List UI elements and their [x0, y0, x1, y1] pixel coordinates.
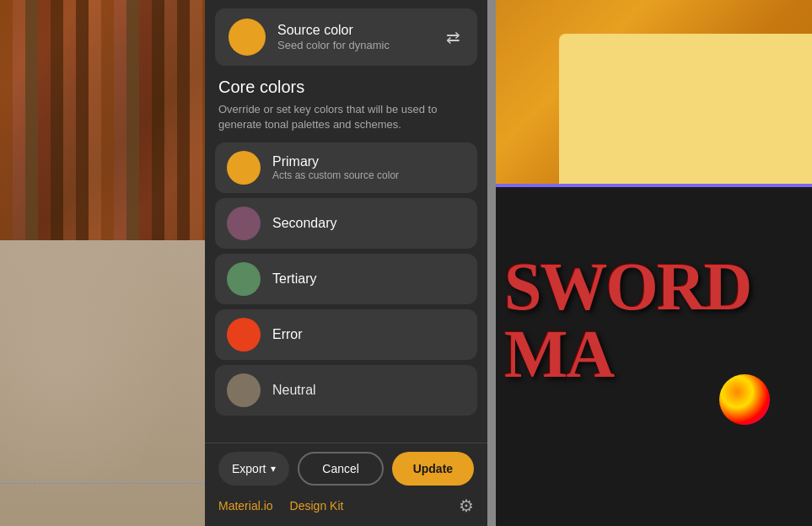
primary-color-text: Primary Acts as custom source color	[261, 154, 399, 181]
settings-icon[interactable]: ⚙	[459, 496, 474, 516]
neutral-color-text: Neutral	[261, 383, 316, 398]
core-colors-section: Core colors Override or set key colors t…	[205, 74, 487, 139]
core-colors-title: Core colors	[218, 78, 474, 97]
neutral-label: Neutral	[272, 383, 316, 398]
source-color-text: Source color Seed color for dynamic	[277, 23, 443, 51]
purple-accent-line	[496, 184, 812, 187]
design-kit-link[interactable]: Design Kit	[290, 499, 344, 513]
neutral-color-swatch	[227, 373, 261, 407]
color-item-secondary[interactable]: Secondary	[215, 198, 477, 249]
footer-links-left: Material.io Design Kit	[218, 499, 343, 513]
source-color-title: Source color	[277, 23, 443, 38]
color-item-tertiary[interactable]: Tertiary	[215, 254, 477, 304]
modal-panel: Source color Seed color for dynamic ⇄ Co…	[205, 0, 487, 526]
core-colors-description: Override or set key colors that will be …	[218, 102, 474, 132]
shuffle-icon[interactable]: ⇄	[443, 24, 464, 51]
source-color-row[interactable]: Source color Seed color for dynamic ⇄	[215, 8, 477, 66]
color-item-primary[interactable]: Primary Acts as custom source color	[215, 142, 477, 193]
error-color-text: Error	[261, 327, 303, 342]
primary-sublabel: Acts as custom source color	[272, 169, 399, 181]
footer-buttons: Export ▾ Cancel Update	[218, 452, 474, 486]
secondary-label: Secondary	[272, 216, 337, 231]
secondary-color-text: Secondary	[261, 216, 337, 231]
color-item-error[interactable]: Error	[215, 309, 477, 360]
primary-label: Primary	[272, 154, 399, 169]
source-color-swatch	[229, 19, 266, 56]
cancel-button[interactable]: Cancel	[298, 452, 383, 486]
chevron-down-icon: ▾	[271, 463, 276, 475]
secondary-color-swatch	[227, 207, 261, 240]
color-items-list: Primary Acts as custom source color Seco…	[205, 139, 487, 443]
error-label: Error	[272, 327, 303, 342]
export-label: Export	[232, 462, 266, 475]
background-text: SWORDMA	[504, 253, 750, 388]
tertiary-label: Tertiary	[272, 271, 316, 287]
background-books	[0, 0, 205, 240]
error-color-swatch	[227, 318, 261, 352]
material-io-link[interactable]: Material.io	[218, 499, 273, 513]
export-button[interactable]: Export ▾	[218, 452, 289, 486]
footer-links: Material.io Design Kit ⚙	[218, 496, 474, 516]
tertiary-color-text: Tertiary	[261, 271, 316, 287]
tertiary-color-swatch	[227, 262, 261, 296]
background-ball	[719, 374, 770, 425]
primary-color-swatch	[227, 151, 261, 185]
modal-footer: Export ▾ Cancel Update Material.io Desig…	[205, 443, 487, 526]
source-color-subtitle: Seed color for dynamic	[277, 39, 443, 51]
update-button[interactable]: Update	[392, 452, 474, 486]
background-dark: SWORDMA	[496, 185, 812, 526]
color-item-neutral[interactable]: Neutral	[215, 365, 477, 416]
background-orange	[496, 0, 812, 185]
